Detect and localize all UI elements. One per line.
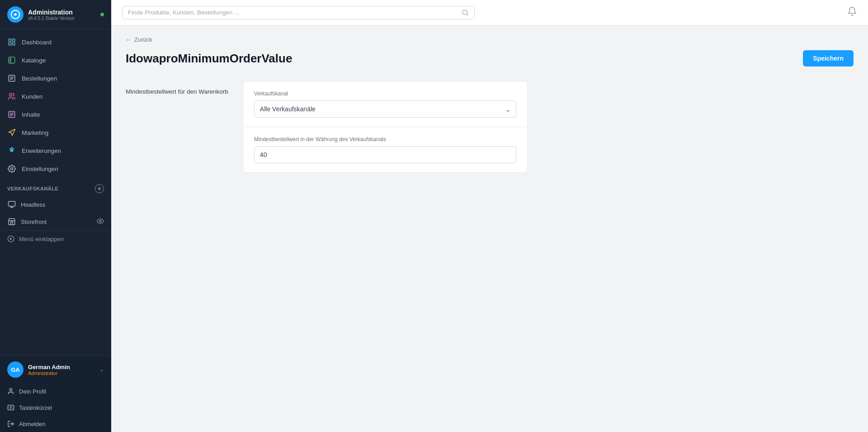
svg-point-15	[9, 389, 12, 391]
search-icon	[462, 9, 469, 16]
search-bar[interactable]	[122, 6, 475, 19]
storefront-label: Storefront	[21, 218, 47, 225]
headless-label: Headless	[21, 201, 45, 208]
avatar: GA	[7, 361, 24, 378]
user-info: German Admin Administrator	[28, 364, 95, 376]
marketing-icon	[7, 128, 16, 137]
shortcuts-menu-item[interactable]: Tastenkürzel	[0, 399, 111, 416]
sidebar-item-marketing-label: Marketing	[22, 129, 48, 136]
form-layout: Mindestbestellwert für den Warenkorb Ver…	[126, 81, 854, 173]
settings-icon	[7, 164, 16, 173]
form-section-label: Mindestbestellwert für den Warenkorb	[126, 81, 228, 95]
sales-channels-label: Verkaufskanäle	[7, 186, 58, 191]
sidebar-item-kunden[interactable]: Kunden	[0, 87, 111, 105]
user-menu[interactable]: GA German Admin Administrator ⌄	[0, 356, 111, 383]
sidebar-item-kataloge[interactable]: Kataloge	[0, 51, 111, 69]
svg-rect-4	[9, 43, 11, 45]
sales-channels-section-header: Verkaufskanäle +	[0, 180, 111, 196]
sidebar-item-einstellungen[interactable]: Einstellungen	[0, 160, 111, 178]
topbar-actions	[847, 6, 857, 19]
search-input[interactable]	[128, 9, 458, 16]
topbar	[111, 0, 868, 25]
content-area: ← Zurück IdowaproMinimumOrderValue Speic…	[111, 25, 868, 432]
chevron-down-icon: ⌄	[99, 366, 104, 373]
back-link[interactable]: ← Zurück	[126, 36, 854, 43]
sales-channel-field-label: Verkaufskanal	[254, 90, 516, 97]
sales-channel-select-wrapper: Alle Verkaufskanäle Headless Storefront …	[254, 100, 516, 118]
page-header: IdowaproMinimumOrderValue Speichern	[126, 50, 854, 66]
svg-rect-11	[9, 201, 15, 206]
svg-rect-2	[13, 39, 15, 41]
eye-icon[interactable]	[97, 218, 104, 226]
sidebar-item-dashboard[interactable]: Dashboard	[0, 33, 111, 51]
sidebar-item-erweiterungen-label: Erweiterungen	[22, 147, 61, 154]
notification-bell-icon[interactable]	[847, 6, 857, 19]
app-version: v6.4.5.1 Stable Version	[28, 16, 75, 21]
sidebar-item-bestellungen[interactable]: Bestellungen	[0, 69, 111, 87]
svg-point-7	[9, 93, 12, 96]
extensions-icon	[7, 146, 16, 155]
sidebar-header: Administration v6.4.5.1 Stable Version	[0, 0, 111, 29]
storefront-icon	[7, 217, 16, 226]
min-order-input[interactable]	[254, 146, 516, 163]
sidebar-item-inhalte[interactable]: Inhalte	[0, 105, 111, 123]
sidebar-item-marketing[interactable]: Marketing	[0, 123, 111, 142]
sales-channel-section: Verkaufskanal Alle Verkaufskanäle Headle…	[243, 81, 527, 127]
headless-icon	[7, 200, 16, 209]
back-arrow-icon: ←	[126, 36, 132, 43]
add-sales-channel-button[interactable]: +	[95, 184, 104, 193]
logout-menu-item[interactable]: Abmelden	[0, 416, 111, 432]
customers-icon	[7, 92, 16, 101]
collapse-label: Menü einklappen	[19, 236, 64, 242]
svg-rect-12	[9, 221, 15, 225]
dashboard-icon	[7, 38, 16, 47]
sidebar-item-bestellungen-label: Bestellungen	[22, 75, 57, 82]
app-name: Administration	[28, 9, 75, 16]
back-label: Zurück	[134, 36, 152, 43]
sidebar-nav: Dashboard Kataloge Bestellungen	[0, 29, 111, 356]
min-order-section: Mindestbestellwert in der Währung des Ve…	[243, 127, 527, 172]
status-dot	[100, 13, 104, 16]
user-name: German Admin	[28, 364, 95, 370]
sidebar: Administration v6.4.5.1 Stable Version D…	[0, 0, 111, 432]
user-role: Administrator	[28, 370, 95, 376]
svg-rect-1	[9, 39, 11, 41]
svg-rect-5	[9, 57, 15, 63]
catalog-icon	[7, 56, 16, 65]
app-logo	[7, 6, 24, 23]
sales-channel-select[interactable]: Alle Verkaufskanäle Headless Storefront	[254, 100, 516, 118]
svg-point-10	[11, 168, 13, 170]
form-card: Verkaufskanal Alle Verkaufskanäle Headle…	[243, 81, 528, 173]
sidebar-item-kataloge-label: Kataloge	[22, 57, 46, 64]
sidebar-item-dashboard-label: Dashboard	[22, 39, 52, 46]
profile-menu-item[interactable]: Dein Profil	[0, 383, 111, 399]
sidebar-item-headless[interactable]: Headless	[0, 196, 111, 213]
svg-point-13	[99, 220, 101, 222]
min-order-field-label: Mindestbestellwert in der Währung des Ve…	[254, 136, 516, 142]
main-content: ← Zurück IdowaproMinimumOrderValue Speic…	[111, 0, 868, 432]
page-title: IdowaproMinimumOrderValue	[126, 52, 292, 66]
svg-line-19	[467, 14, 468, 15]
shortcuts-label: Tastenkürzel	[19, 404, 52, 411]
logout-label: Abmelden	[19, 421, 46, 427]
profile-label: Dein Profil	[19, 388, 46, 395]
collapse-menu-button[interactable]: Menü einklappen	[0, 230, 111, 247]
svg-rect-3	[13, 43, 15, 45]
save-button[interactable]: Speichern	[803, 50, 854, 66]
sidebar-item-storefront[interactable]: Storefront	[0, 213, 111, 230]
sidebar-item-kunden-label: Kunden	[22, 93, 43, 100]
sidebar-item-erweiterungen[interactable]: Erweiterungen	[0, 142, 111, 160]
sidebar-item-inhalte-label: Inhalte	[22, 111, 40, 118]
content-icon	[7, 110, 16, 119]
orders-icon	[7, 74, 16, 83]
user-submenu: Dein Profil Tastenkürzel Abmelden	[0, 383, 111, 432]
app-brand: Administration v6.4.5.1 Stable Version	[28, 9, 75, 21]
sidebar-item-einstellungen-label: Einstellungen	[22, 166, 58, 172]
